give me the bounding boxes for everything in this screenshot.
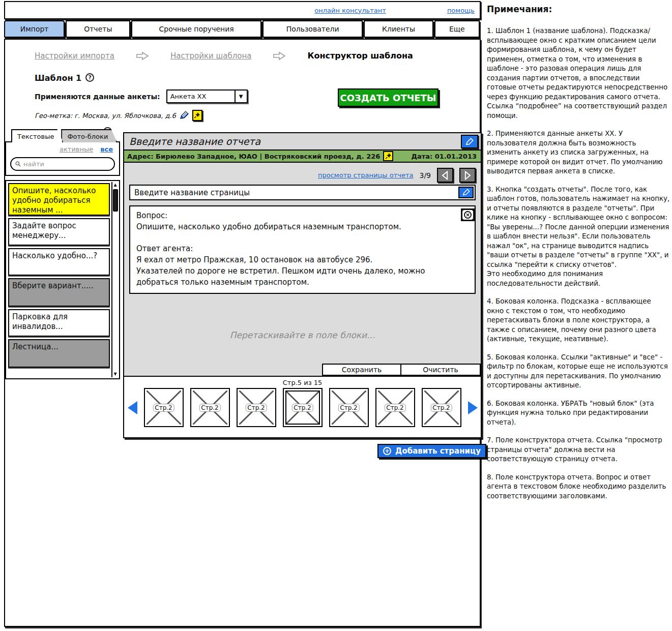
survey-dropdown[interactable]: Анкета ХХ ▼ — [166, 89, 248, 103]
page-thumbnail[interactable]: Стр.2 — [422, 388, 461, 427]
constructor-actions: Сохранить Очистить — [322, 364, 481, 376]
note-item: 3. Кнопка "создать отчеты". После того, … — [487, 185, 670, 289]
create-reports-button[interactable]: СОЗДАТЬ ОТЧЕТЫ — [338, 88, 439, 107]
thumbnails-row: Стр.2 Стр.2 Стр.2 Стр.2 Стр.2 Стр.2 Стр.… — [124, 388, 481, 427]
breadcrumb-current-constructor: Конструктор шаблона — [307, 51, 413, 61]
breadcrumb-template-settings[interactable]: Настройки шаблона — [170, 51, 251, 61]
page-thumbnail[interactable]: Стр.2 — [329, 388, 369, 427]
report-title-bar: Введите название отчета — [124, 133, 481, 151]
edit-page-title-button[interactable] — [458, 187, 474, 198]
note-item: 5. Боковая колонка. Ссылки "активные" и … — [487, 353, 670, 390]
question-answer-block[interactable]: Вопрос: Опишите, насколько удобно добира… — [129, 205, 476, 294]
sidebar-search[interactable] — [10, 157, 115, 171]
arrow-right-icon — [462, 170, 473, 181]
plus-icon: + — [383, 447, 391, 455]
next-page-button[interactable] — [459, 168, 476, 183]
note-item: 6. Боковая колонка. УБРАТЬ "новый блок" … — [487, 399, 670, 428]
add-page-label: Добавить страницу — [395, 446, 481, 456]
geo-row: Гео-метка: г. Москва, ул. Яблочкова, д.6 — [35, 110, 202, 121]
breadcrumb-arrow-icon — [136, 51, 149, 61]
nav-tab-import[interactable]: Импорт — [4, 20, 65, 38]
breadcrumb: Настройки импорта Настройки шаблона Конс… — [35, 51, 413, 61]
breadcrumb-import-settings[interactable]: Настройки импорта — [35, 51, 114, 61]
search-input[interactable] — [23, 160, 110, 168]
page-thumbnail[interactable]: Стр.2 — [144, 388, 184, 427]
template-help-icon[interactable]: ? — [85, 73, 94, 82]
template-name: Шаблон 1 — [35, 73, 81, 83]
note-item: 4. Боковая колонка. Подсказка - всплвающ… — [487, 297, 670, 344]
breadcrumb-arrow-icon — [273, 51, 286, 61]
close-icon: × — [462, 210, 473, 220]
online-consultant-link[interactable]: онлайн консультант — [314, 7, 386, 14]
add-page-button[interactable]: + Добавить страницу — [377, 444, 486, 458]
sidebar-tab-text-blocks[interactable]: Текстовые — [11, 129, 63, 142]
block-item[interactable]: Лестница... — [8, 339, 110, 368]
block-item[interactable]: Вберите вариант..... — [8, 278, 110, 307]
address-bar: Адрес: Бирюлево Западное, ЮАО | Востряко… — [124, 151, 481, 163]
save-button[interactable]: Сохранить — [322, 364, 401, 376]
block-item[interactable]: Опишите, насколько удобно добираться наз… — [8, 183, 110, 216]
page-title-field[interactable]: Введите название страницы — [129, 185, 476, 200]
carousel-right-icon[interactable] — [468, 401, 478, 414]
top-bar: онлайн консультант помощь — [4, 1, 481, 19]
page-thumbnail-selected[interactable]: Стр.2 — [283, 388, 323, 427]
page-title-placeholder: Введите название страницы — [134, 188, 250, 197]
sidebar-head: активные все — [5, 141, 120, 176]
nav-tab-more[interactable]: Еще — [434, 20, 480, 38]
blocks-list: Опишите, насколько удобно добираться наз… — [5, 180, 120, 379]
nav-tab-reports[interactable]: Отчеты — [66, 20, 130, 38]
arrow-left-icon — [440, 170, 450, 181]
nav-tab-clients[interactable]: Клиенты — [364, 20, 433, 38]
scroll-down-icon[interactable]: ▼ — [112, 371, 118, 377]
sidebar-filters: активные все — [10, 145, 115, 153]
carousel-left-icon[interactable] — [128, 401, 137, 414]
pages-carousel: Стр.5 из 15 Стр.2 Стр.2 Стр.2 Стр.2 Стр.… — [124, 376, 481, 437]
pencil-icon — [465, 138, 474, 146]
block-item[interactable]: Насколько удобно...? — [8, 248, 110, 276]
page-thumbnail[interactable]: Стр.2 — [375, 388, 415, 427]
nav-tab-users[interactable]: Пользователи — [262, 20, 363, 38]
edit-report-title-button[interactable] — [461, 135, 478, 148]
sidebar-scrollbar[interactable]: ▲ ▼ — [111, 182, 118, 377]
page-counter: 3/9 — [419, 171, 431, 179]
edit-pencil-icon[interactable] — [179, 111, 189, 120]
survey-dropdown-value: Анкета ХХ — [167, 91, 235, 102]
dropzone-hint: Перетаскивайте в поле блоки... — [230, 330, 375, 340]
apply-survey-row: Применяются данные анкеты: Анкета ХХ ▼ — [35, 89, 248, 103]
chevron-down-icon: ▼ — [235, 91, 247, 102]
address-pin-icon[interactable] — [383, 151, 393, 161]
prev-page-button[interactable] — [437, 168, 453, 183]
block-item[interactable]: Задайте вопрос менеджеру... — [8, 218, 110, 246]
help-link[interactable]: помощь — [447, 7, 475, 14]
sidebar-tabs: Текстовые Фото-блоки — [11, 129, 120, 142]
template-header: Шаблон 1 ? — [35, 73, 94, 83]
note-item: 1. Шаблон 1 (название шаблона). Подсказк… — [487, 26, 670, 121]
note-item: 7. Поле конструктора отчета. Ссылка "про… — [487, 436, 670, 464]
filter-all-link[interactable]: все — [100, 145, 113, 153]
geo-pin-icon[interactable] — [192, 110, 202, 121]
page-thumbnail[interactable]: Стр.2 — [190, 388, 230, 427]
pages-count-label: Стр.5 из 15 — [124, 379, 481, 386]
report-constructor: Введите название отчета Адрес: Бирюлево … — [123, 132, 482, 438]
page: онлайн консультант помощь Импорт Отчеты … — [0, 0, 672, 631]
page-thumbnail[interactable]: Стр.2 — [237, 388, 276, 427]
notes-title: Примечания: — [487, 4, 670, 14]
preview-page-link[interactable]: просмотр страницы отчета — [318, 171, 413, 179]
sidebar-tab-photo-blocks[interactable]: Фото-блоки — [61, 129, 117, 142]
scrollbar-thumb[interactable] — [113, 189, 118, 212]
page-preview-row: просмотр страницы отчета 3/9 — [129, 168, 476, 183]
pencil-icon — [462, 189, 471, 196]
clear-button[interactable]: Очистить — [401, 364, 481, 376]
constructor-body: просмотр страницы отчета 3/9 Введите наз… — [124, 163, 481, 376]
notes-column: Примечания: 1. Шаблон 1 (название шаблон… — [487, 4, 670, 509]
block-item[interactable]: Парковка для инвалидов... — [8, 309, 110, 337]
filter-active-link[interactable]: активные — [60, 145, 93, 153]
report-title-placeholder[interactable]: Введите название отчета — [129, 136, 260, 147]
nav-tab-urgent[interactable]: Срочные поручения — [131, 20, 261, 38]
apply-survey-label: Применяются данные анкеты: — [35, 93, 160, 101]
remove-block-button[interactable]: × — [461, 208, 475, 221]
search-icon — [15, 161, 21, 167]
report-date: Дата: 01.01.2013 — [411, 153, 477, 160]
scroll-up-icon[interactable]: ▲ — [112, 182, 118, 188]
note-item: 8. Поле конструктора отчета. Вопрос и от… — [487, 473, 670, 501]
